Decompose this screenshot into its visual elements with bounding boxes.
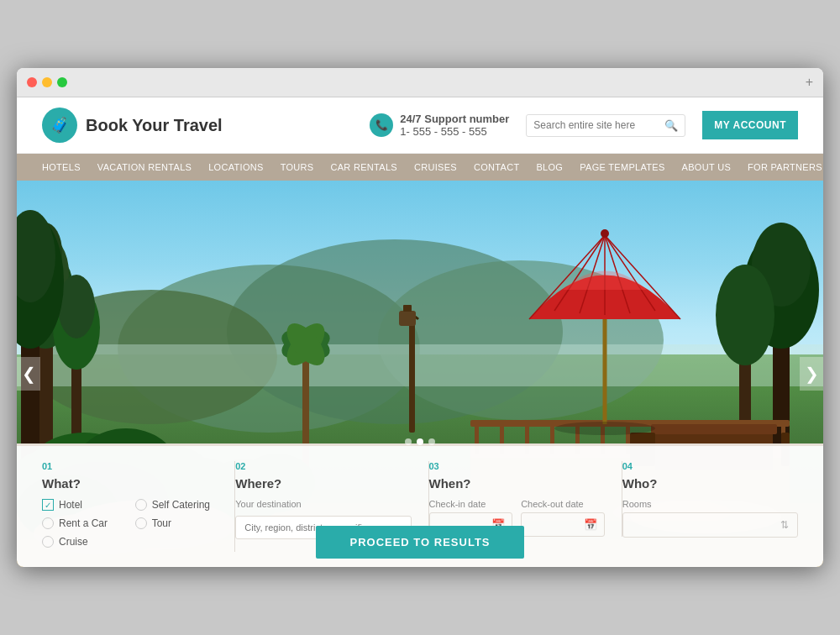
site-search-input[interactable] <box>533 119 659 131</box>
step3-number: 03 <box>429 461 605 471</box>
step4-title: Who? <box>622 476 798 491</box>
nav-vacation-rentals[interactable]: VACATION RENTALS <box>89 154 200 181</box>
step2-number: 02 <box>235 461 411 471</box>
self-catering-label: Self Catering <box>152 499 210 511</box>
slider-next-button[interactable]: ❯ <box>800 357 823 391</box>
support-label: 24/7 Support number <box>400 113 509 125</box>
browser-chrome: + <box>17 68 823 97</box>
phone-icon: 📞 <box>370 113 393 137</box>
logo-area: 🧳 Book Your Travel <box>42 108 223 143</box>
self-catering-radio[interactable] <box>135 499 147 511</box>
support-area: 📞 24/7 Support number 1- 555 - 555 - 555 <box>370 113 509 138</box>
step4-number: 04 <box>622 461 798 471</box>
support-number: 1- 555 - 555 - 555 <box>400 125 509 138</box>
nav-about-us[interactable]: ABOUT US <box>674 154 739 181</box>
proceed-button-row: PROCEED TO RESULTS <box>17 526 823 559</box>
support-info: 24/7 Support number 1- 555 - 555 - 555 <box>400 113 509 138</box>
checkout-label: Check-out date <box>521 499 605 509</box>
hotel-label: Hotel <box>59 499 82 511</box>
hotel-checkbox[interactable]: ✓ <box>42 499 54 511</box>
nav-locations[interactable]: LOCATIONS <box>200 154 271 181</box>
option-self-catering[interactable]: Self Catering <box>135 499 218 511</box>
checkin-label: Check-in date <box>429 499 513 509</box>
slider-prev-button[interactable]: ❮ <box>17 357 40 391</box>
slide-dot-2[interactable] <box>417 438 423 445</box>
step3-title: When? <box>429 476 605 491</box>
rooms-label: Rooms <box>622 499 798 509</box>
nav-cruises[interactable]: CRUISES <box>406 154 465 181</box>
step1-number: 01 <box>42 461 218 471</box>
search-icon: 🔍 <box>664 119 678 132</box>
header-right: 📞 24/7 Support number 1- 555 - 555 - 555… <box>370 111 798 139</box>
nav-page-templates[interactable]: PAGE TEMPLATES <box>571 154 673 181</box>
nav-for-partners[interactable]: FOR PARTNERS <box>739 154 823 181</box>
nav-tours[interactable]: TOURS <box>272 154 323 181</box>
suitcase-icon: 🧳 <box>50 116 69 134</box>
slide-dot-3[interactable] <box>428 438 435 445</box>
browser-window: + 🧳 Book Your Travel 📞 24/7 Support numb… <box>17 68 823 567</box>
slide-indicators <box>405 438 435 445</box>
step2-title: Where? <box>235 476 411 491</box>
step1-title: What? <box>42 476 218 491</box>
site-title: Book Your Travel <box>86 116 223 135</box>
slide-dot-1[interactable] <box>405 438 412 445</box>
nav-blog[interactable]: BLOG <box>528 154 571 181</box>
destination-label: Your destination <box>235 499 411 509</box>
minimize-dot[interactable] <box>42 77 52 87</box>
nav-contact[interactable]: CONTACT <box>465 154 528 181</box>
new-tab-button[interactable]: + <box>806 75 813 90</box>
logo-icon: 🧳 <box>42 108 77 143</box>
site-header: 🧳 Book Your Travel 📞 24/7 Support number… <box>17 97 823 154</box>
my-account-button[interactable]: MY ACCOUNT <box>702 111 798 139</box>
proceed-button[interactable]: PROCEED TO RESULTS <box>316 526 523 559</box>
close-dot[interactable] <box>27 77 37 87</box>
nav-car-rentals[interactable]: CAR RENTALS <box>322 154 406 181</box>
nav-hotels[interactable]: HOTELS <box>34 154 89 181</box>
site-nav: HOTELS VACATION RENTALS LOCATIONS TOURS … <box>17 154 823 181</box>
site-search-box[interactable]: 🔍 <box>526 114 685 137</box>
maximize-dot[interactable] <box>57 77 67 87</box>
hero-section: ❮ ❯ 01 What? ✓ Hotel Self <box>17 181 823 567</box>
option-hotel[interactable]: ✓ Hotel <box>42 499 125 511</box>
